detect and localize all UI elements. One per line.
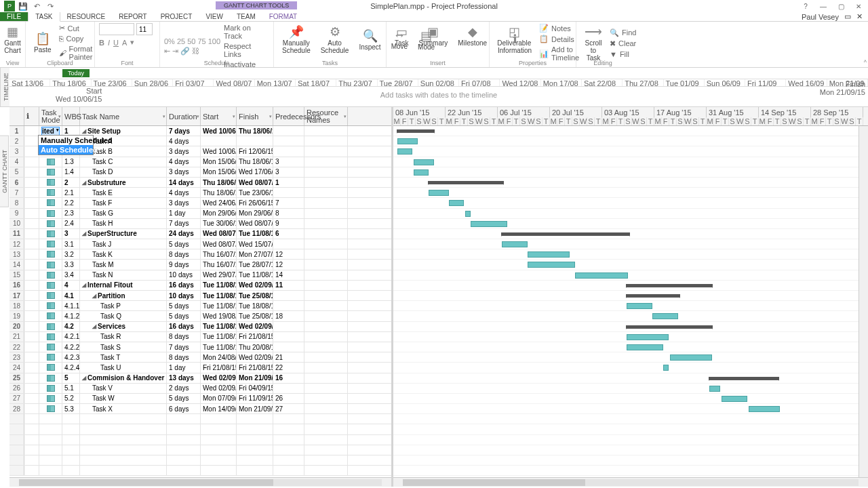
wbs-cell[interactable]: 4.2 [62, 322, 80, 331]
details-button[interactable]: 📋Details [538, 34, 580, 44]
summary-button[interactable]: ▣Summary [415, 23, 452, 48]
predecessors-cell[interactable]: 12 [273, 249, 304, 259]
gantt-horizontal-scrollbar[interactable] [393, 477, 868, 487]
milestone-button[interactable]: ◆Milestone [454, 23, 491, 48]
tab-project[interactable]: PROJECT [154, 12, 199, 21]
duration-cell[interactable]: 7 days [167, 126, 201, 136]
task-name-cell[interactable]: Task Q [80, 311, 167, 321]
info-cell[interactable] [24, 322, 39, 331]
gantt-row[interactable] [393, 157, 868, 167]
table-row[interactable]: 19 4.1.2 Task Q 5 days Wed 19/08/1 Tue 2… [9, 311, 391, 321]
collapse-ribbon-icon[interactable]: ^ [864, 59, 867, 66]
mark-on-track-button[interactable]: Mark on Track [222, 23, 269, 41]
table-row[interactable]: 26 5.1 Task V 2 days Wed 02/09/1 Fri 04/… [9, 384, 391, 394]
resource-cell[interactable] [304, 219, 348, 228]
task-mode-cell[interactable] [39, 363, 62, 372]
start-cell[interactable]: Thu 16/07/1 [201, 249, 237, 259]
wbs-cell[interactable]: 4.2.4 [62, 363, 80, 372]
task-mode-cell[interactable] [39, 219, 62, 228]
gantt-row[interactable] [393, 281, 868, 291]
info-cell[interactable] [24, 188, 39, 197]
task-name-cell[interactable]: Task K [80, 249, 167, 259]
duration-cell[interactable]: 8 days [167, 352, 201, 362]
resource-cell[interactable] [304, 332, 348, 342]
duration-cell[interactable]: 14 days [167, 178, 201, 187]
task-mode-cell[interactable] [39, 198, 62, 207]
task-name-cell[interactable]: Task C [80, 157, 167, 167]
info-cell[interactable] [24, 363, 39, 372]
collapse-triangle-icon[interactable]: ◢ [92, 323, 96, 329]
table-row[interactable]: 24 4.2.4 Task U 1 day Fri 21/08/15 Fri 2… [9, 363, 391, 373]
finish-cell[interactable]: Mon 29/06/1 [237, 209, 273, 218]
task-name-cell[interactable]: Task N [80, 270, 167, 280]
finish-cell[interactable]: Tue 25/08/1 [237, 311, 273, 321]
gantt-row[interactable] [393, 209, 868, 219]
maximize-icon[interactable]: ▢ [833, 1, 849, 11]
save-icon[interactable]: 💾 [18, 1, 28, 12]
finish-cell[interactable]: Fri 21/08/15 [237, 363, 273, 372]
summary-bar[interactable] [627, 294, 679, 298]
pct0-button[interactable]: 0% [164, 37, 175, 45]
info-cell[interactable] [24, 291, 39, 300]
column-predecessors[interactable]: Predecessors [273, 107, 304, 125]
notes-button[interactable]: 📝Notes [538, 23, 580, 33]
collapse-triangle-icon[interactable]: ◢ [82, 375, 86, 381]
table-row[interactable]: 1 ited▾ Manually Scheduled Auto Schedule… [9, 126, 391, 136]
wbs-cell[interactable]: 3.2 [62, 249, 80, 259]
tab-team[interactable]: TEAM [230, 12, 262, 21]
start-cell[interactable]: Mon 15/06/1 [201, 167, 237, 177]
table-row[interactable] [9, 435, 391, 445]
row-number[interactable]: 8 [9, 198, 24, 207]
info-cell[interactable] [24, 394, 39, 403]
task-name-cell[interactable]: Task X [80, 404, 167, 413]
info-cell[interactable] [24, 301, 39, 310]
column-task-mode[interactable]: Task Mode▾ [39, 107, 62, 125]
duration-cell[interactable]: 4 days [167, 157, 201, 167]
gantt-row[interactable] [393, 394, 868, 404]
help-icon[interactable]: ? [797, 1, 814, 11]
finish-cell[interactable]: Wed 15/07/1 [237, 239, 273, 249]
info-cell[interactable] [24, 136, 39, 146]
start-cell[interactable]: Wed 08/07/1 [201, 239, 237, 249]
gantt-row[interactable] [393, 188, 868, 198]
table-row[interactable]: 15 3.4 Task N 10 days Wed 29/07/1 Tue 11… [9, 270, 391, 281]
gantt-row[interactable] [393, 136, 868, 146]
duration-cell[interactable]: 10 days [167, 291, 201, 300]
task-name-cell[interactable]: Task P [80, 301, 167, 310]
gantt-row[interactable] [393, 352, 868, 363]
info-cell[interactable] [24, 146, 39, 156]
wbs-cell[interactable]: 4.1.1 [62, 301, 80, 310]
summary-bar[interactable] [709, 377, 778, 380]
finish-cell[interactable]: Tue 11/08/1 [237, 229, 273, 239]
gantt-row[interactable] [393, 229, 868, 239]
table-row[interactable]: 28 5.3 Task X 6 days Mon 14/09/1 Mon 21/… [9, 404, 391, 414]
table-row[interactable] [9, 445, 391, 455]
start-cell[interactable]: Mon 07/09/1 [201, 394, 237, 403]
gantt-vertical-scrollbar[interactable] [859, 126, 868, 477]
start-cell[interactable]: Wed 02/09/ [201, 373, 237, 383]
task-bar[interactable] [528, 251, 570, 258]
table-row[interactable]: 13 3.2 Task K 8 days Thu 16/07/1 Mon 27/… [9, 249, 391, 260]
pct25-button[interactable]: 25 [177, 37, 185, 45]
manually-schedule-button[interactable]: 📌Manually Schedule [278, 23, 315, 56]
chevron-down-icon[interactable]: ▾ [233, 114, 235, 119]
gantt-row[interactable] [393, 126, 868, 136]
duration-cell[interactable]: 1 day [167, 363, 201, 372]
wbs-cell[interactable]: 4.1.2 [62, 311, 80, 321]
predecessors-cell[interactable] [273, 342, 304, 352]
chevron-down-icon[interactable]: ▾ [163, 114, 165, 119]
wbs-cell[interactable]: 5.3 [62, 404, 80, 413]
task-bar[interactable] [575, 272, 628, 279]
scroll-to-task-button[interactable]: ⟶Scroll to Task [580, 23, 606, 63]
user-name[interactable]: Paul Vesey [802, 13, 839, 21]
info-cell[interactable] [24, 332, 39, 342]
wbs-cell[interactable]: 1.3 [62, 157, 80, 167]
task-mode-cell[interactable] [39, 322, 62, 331]
table-row[interactable] [9, 414, 391, 424]
table-row[interactable]: 6 2 ◢Substruture 14 days Thu 18/06/1 Wed… [9, 178, 391, 188]
start-cell[interactable]: Mon 15/06/1 [201, 157, 237, 167]
resource-cell[interactable] [304, 394, 348, 403]
predecessors-cell[interactable]: 14 [273, 270, 304, 280]
finish-cell[interactable]: Wed 08/07/1 [237, 219, 273, 228]
timeline-prompt[interactable]: Add tasks with dates to the timeline [380, 91, 497, 99]
